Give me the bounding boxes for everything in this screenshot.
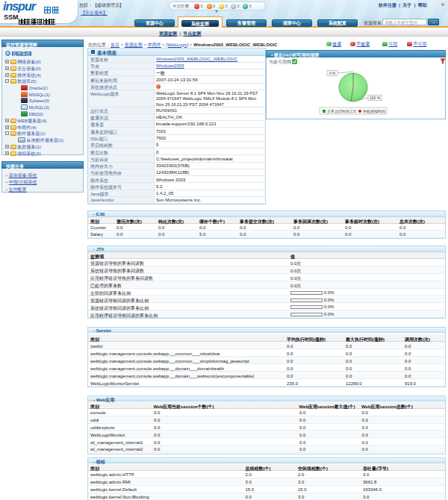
svg-text:正常运行时间:1天: 正常运行时间:1天 [327, 109, 356, 114]
svg-text:100 %: 100 % [370, 96, 381, 100]
svg-text:停机持续时间: 停机持续时间 [362, 109, 385, 114]
svg-text:0 %: 0 % [329, 71, 336, 75]
